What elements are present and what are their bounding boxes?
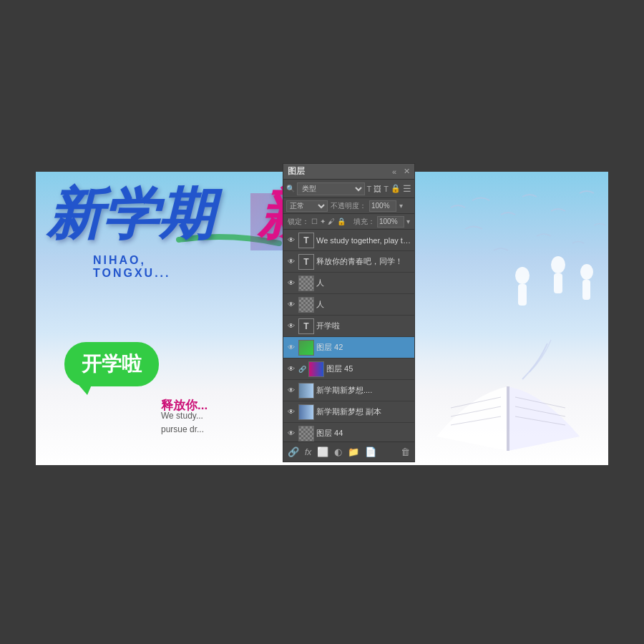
layer-item[interactable]: 👁 T We study together, play to.... [283, 230, 414, 251]
layer-name: 图层 44 [316, 428, 411, 439]
subtitle-nihao: NIHAO,TONGXU... [93, 254, 171, 280]
close-btn[interactable]: ✕ [404, 167, 410, 176]
adjustment-icon[interactable]: ◐ [334, 447, 342, 457]
layer-name: We study together, play to.... [316, 236, 411, 245]
lock-pixel-icon[interactable]: 🖌 [328, 218, 335, 225]
delete-layer-icon[interactable]: 🗑 [401, 447, 410, 457]
eye-icon[interactable]: 👁 [286, 278, 296, 288]
eye-icon[interactable]: 👁 [286, 235, 296, 245]
layer-name: 释放你的青春吧，同学！ [316, 256, 411, 267]
layer-item[interactable]: 👁 新学期新梦想.... [283, 380, 414, 401]
svg-line-12 [515, 416, 565, 425]
layer-name: 新学期新梦想.... [316, 385, 411, 396]
layer-thumbnail [298, 426, 314, 441]
fx-icon[interactable]: fx [305, 447, 311, 457]
title-chinese-1: 新学期 [47, 186, 214, 242]
layer-thumbnail [308, 361, 324, 377]
layer-icon-extra: 🔒 [391, 184, 401, 193]
layer-item[interactable]: 👁 图层 44 [283, 423, 414, 441]
svg-rect-3 [554, 273, 562, 293]
layer-icon-img: 🖼 [374, 185, 381, 193]
svg-point-0 [515, 267, 530, 284]
blend-mode-select[interactable]: 正常 [286, 200, 328, 212]
silhouette-group [507, 256, 601, 326]
layer-thumbnail [298, 275, 314, 291]
layer-item[interactable]: 👁 人 [283, 273, 414, 294]
svg-point-4 [580, 264, 593, 280]
fill-input[interactable] [377, 216, 404, 228]
layer-icon-t: T [367, 185, 372, 193]
layer-name: 人 [316, 278, 411, 288]
filter-row: 🔍 类型 T 🖼 T 🔒 ☰ [283, 180, 414, 198]
layer-item[interactable]: 👁 人 [283, 294, 414, 316]
svg-line-7 [451, 397, 501, 408]
fill-arrow[interactable]: ▾ [406, 218, 410, 225]
type-filter-select[interactable]: 类型 [297, 182, 365, 195]
layer-name: 图层 45 [326, 364, 411, 374]
svg-line-9 [451, 416, 501, 425]
panel-title: 图层 [288, 165, 305, 177]
svg-line-8 [451, 406, 501, 416]
layers-panel: 图层 « ✕ 🔍 类型 T 🖼 T 🔒 ☰ 正常 不透明度： ▾ 锁定： ☐ ✦… [283, 163, 415, 462]
eye-icon[interactable]: 👁 [286, 343, 296, 353]
layer-menu-icon[interactable]: ☰ [403, 183, 411, 194]
we-study-text: We study...pursue dr... [161, 409, 204, 436]
opacity-input[interactable] [369, 200, 396, 212]
layer-name: 开学啦 [316, 321, 411, 331]
svg-rect-1 [518, 284, 527, 306]
layer-thumbnail [298, 404, 314, 420]
lock-label: 锁定： [288, 217, 309, 227]
layer-item-selected[interactable]: 👁 图层 42 [283, 337, 414, 358]
svg-line-10 [515, 397, 565, 408]
lock-move-icon[interactable]: 🔒 [337, 218, 346, 225]
layer-name: 人 [316, 299, 411, 310]
add-mask-icon[interactable]: ⬜ [317, 447, 328, 457]
eye-icon[interactable]: 👁 [286, 257, 296, 267]
lock-row: 锁定： ☐ ✦ 🖌 🔒 填充： ▾ [283, 214, 414, 230]
svg-rect-5 [582, 280, 590, 300]
layer-item[interactable]: 👁 🔗 图层 45 [283, 358, 414, 380]
eye-icon[interactable]: 👁 [286, 386, 296, 396]
new-layer-icon[interactable]: 📄 [365, 447, 376, 457]
opacity-arrow[interactable]: ▾ [399, 202, 403, 210]
layer-name: 图层 42 [316, 342, 411, 353]
eye-icon[interactable]: 👁 [286, 300, 296, 310]
lock-all-icon[interactable]: ☐ [311, 218, 318, 225]
search-icon: 🔍 [286, 185, 295, 192]
lock-pos-icon[interactable]: ✦ [320, 218, 326, 225]
layer-thumbnail: T [298, 318, 314, 334]
panel-header: 图层 « ✕ [283, 164, 414, 180]
bubble-text: 开学啦 [82, 353, 142, 375]
layer-item[interactable]: 👁 T 开学啦 [283, 316, 414, 337]
layer-item[interactable]: 👁 新学期新梦想 副本 [283, 401, 414, 423]
svg-rect-6 [507, 386, 509, 451]
layer-thumbnail [298, 340, 314, 356]
layer-thumbnail: T [298, 254, 314, 270]
eye-icon[interactable]: 👁 [286, 364, 296, 374]
new-group-icon[interactable]: 📁 [348, 447, 359, 457]
panel-footer: 🔗 fx ⬜ ◐ 📁 📄 🗑 [283, 441, 414, 462]
book-svg [436, 340, 580, 451]
eye-icon[interactable]: 👁 [286, 429, 296, 439]
link-icon: 🔗 [298, 366, 306, 373]
fill-label: 填充： [353, 217, 375, 227]
panel-controls: « ✕ [392, 167, 410, 176]
green-bubble: 开学啦 [64, 342, 159, 386]
layer-list: 👁 T We study together, play to.... 👁 T 释… [283, 230, 414, 441]
svg-line-11 [515, 406, 565, 416]
layer-item[interactable]: 👁 T 释放你的青春吧，同学！ [283, 251, 414, 273]
link-layers-icon[interactable]: 🔗 [288, 447, 299, 457]
eye-icon[interactable]: 👁 [286, 407, 296, 417]
layer-thumbnail [298, 297, 314, 313]
blend-opacity-row: 正常 不透明度： ▾ [283, 198, 414, 214]
eye-icon[interactable]: 👁 [286, 321, 296, 331]
svg-point-2 [551, 256, 565, 273]
layer-name: 新学期新梦想 副本 [316, 406, 411, 417]
collapse-btn[interactable]: « [392, 167, 396, 176]
opacity-label: 不透明度： [331, 201, 366, 211]
layer-thumbnail: T [298, 233, 314, 248]
layer-icon-shape: T [384, 185, 389, 193]
layer-thumbnail [298, 383, 314, 399]
